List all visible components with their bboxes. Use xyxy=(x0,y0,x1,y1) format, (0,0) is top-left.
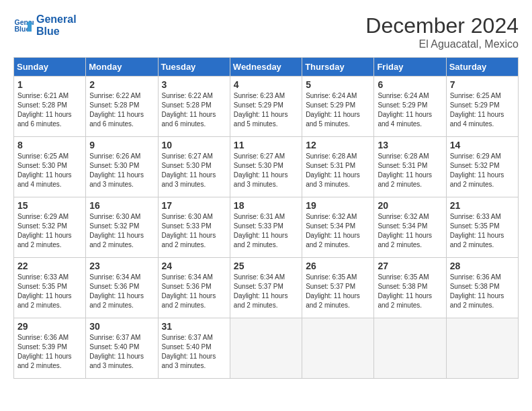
calendar-cell xyxy=(374,318,446,379)
weekday-header: Tuesday xyxy=(158,58,230,77)
day-number: 9 xyxy=(89,140,154,150)
day-info: Sunrise: 6:30 AM Sunset: 5:32 PM Dayligh… xyxy=(89,212,154,250)
day-number: 29 xyxy=(17,321,82,332)
day-info: Sunrise: 6:37 AM Sunset: 5:40 PM Dayligh… xyxy=(162,333,226,371)
day-info: Sunrise: 6:22 AM Sunset: 5:28 PM Dayligh… xyxy=(162,91,226,129)
weekday-header: Thursday xyxy=(302,58,374,77)
day-info: Sunrise: 6:32 AM Sunset: 5:34 PM Dayligh… xyxy=(306,212,370,250)
day-info: Sunrise: 6:36 AM Sunset: 5:39 PM Dayligh… xyxy=(17,333,82,371)
calendar-cell: 30Sunrise: 6:37 AM Sunset: 5:40 PM Dayli… xyxy=(86,318,158,379)
header: General Blue General Blue December 2024 … xyxy=(13,13,519,50)
day-number: 21 xyxy=(450,200,515,211)
calendar-cell: 15Sunrise: 6:29 AM Sunset: 5:32 PM Dayli… xyxy=(14,197,86,258)
day-number: 6 xyxy=(378,79,442,90)
day-number: 7 xyxy=(450,79,515,90)
calendar-cell: 7Sunrise: 6:25 AM Sunset: 5:29 PM Daylig… xyxy=(446,77,518,137)
calendar-cell xyxy=(302,318,374,379)
calendar-week-row: 29Sunrise: 6:36 AM Sunset: 5:39 PM Dayli… xyxy=(14,318,519,379)
month-title: December 2024 xyxy=(365,13,519,38)
day-number: 4 xyxy=(234,79,298,90)
svg-text:Blue: Blue xyxy=(15,25,30,33)
title-area: December 2024 El Aguacatal, Mexico xyxy=(365,13,519,50)
day-number: 17 xyxy=(162,200,226,211)
calendar-cell: 11Sunrise: 6:27 AM Sunset: 5:30 PM Dayli… xyxy=(230,137,302,197)
calendar-week-row: 15Sunrise: 6:29 AM Sunset: 5:32 PM Dayli… xyxy=(14,197,519,258)
calendar-cell: 3Sunrise: 6:22 AM Sunset: 5:28 PM Daylig… xyxy=(158,77,230,137)
day-info: Sunrise: 6:25 AM Sunset: 5:30 PM Dayligh… xyxy=(17,152,82,189)
day-info: Sunrise: 6:29 AM Sunset: 5:32 PM Dayligh… xyxy=(17,212,82,250)
calendar-cell: 1Sunrise: 6:21 AM Sunset: 5:28 PM Daylig… xyxy=(14,77,86,137)
calendar-cell: 22Sunrise: 6:33 AM Sunset: 5:35 PM Dayli… xyxy=(14,258,86,318)
day-number: 12 xyxy=(306,140,370,150)
day-info: Sunrise: 6:27 AM Sunset: 5:30 PM Dayligh… xyxy=(234,152,298,189)
day-info: Sunrise: 6:29 AM Sunset: 5:32 PM Dayligh… xyxy=(450,152,515,189)
calendar-cell: 27Sunrise: 6:35 AM Sunset: 5:38 PM Dayli… xyxy=(374,258,446,318)
day-number: 13 xyxy=(378,140,442,150)
calendar-cell: 24Sunrise: 6:34 AM Sunset: 5:36 PM Dayli… xyxy=(158,258,230,318)
day-info: Sunrise: 6:35 AM Sunset: 5:38 PM Dayligh… xyxy=(378,273,442,310)
day-number: 23 xyxy=(89,261,154,271)
logo-icon: General Blue xyxy=(13,15,34,36)
day-number: 25 xyxy=(234,261,298,271)
weekday-header: Wednesday xyxy=(230,58,302,77)
logo-text: General Blue xyxy=(36,13,77,38)
day-number: 8 xyxy=(17,140,82,150)
calendar-cell: 25Sunrise: 6:34 AM Sunset: 5:37 PM Dayli… xyxy=(230,258,302,318)
day-number: 3 xyxy=(162,79,226,90)
day-number: 22 xyxy=(17,261,82,271)
day-info: Sunrise: 6:22 AM Sunset: 5:28 PM Dayligh… xyxy=(89,91,154,129)
calendar: SundayMondayTuesdayWednesdayThursdayFrid… xyxy=(13,57,519,379)
day-number: 16 xyxy=(89,200,154,211)
day-number: 20 xyxy=(378,200,442,211)
calendar-cell: 21Sunrise: 6:33 AM Sunset: 5:35 PM Dayli… xyxy=(446,197,518,258)
calendar-cell: 9Sunrise: 6:26 AM Sunset: 5:30 PM Daylig… xyxy=(86,137,158,197)
weekday-header-row: SundayMondayTuesdayWednesdayThursdayFrid… xyxy=(14,58,519,77)
calendar-cell: 5Sunrise: 6:24 AM Sunset: 5:29 PM Daylig… xyxy=(302,77,374,137)
weekday-header: Saturday xyxy=(446,58,518,77)
day-info: Sunrise: 6:28 AM Sunset: 5:31 PM Dayligh… xyxy=(306,152,370,189)
calendar-cell: 26Sunrise: 6:35 AM Sunset: 5:37 PM Dayli… xyxy=(302,258,374,318)
day-info: Sunrise: 6:25 AM Sunset: 5:29 PM Dayligh… xyxy=(450,91,515,129)
day-number: 31 xyxy=(162,321,226,332)
day-info: Sunrise: 6:23 AM Sunset: 5:29 PM Dayligh… xyxy=(234,91,298,129)
day-number: 15 xyxy=(17,200,82,211)
calendar-body: 1Sunrise: 6:21 AM Sunset: 5:28 PM Daylig… xyxy=(14,77,519,379)
calendar-week-row: 8Sunrise: 6:25 AM Sunset: 5:30 PM Daylig… xyxy=(14,137,519,197)
weekday-header: Monday xyxy=(86,58,158,77)
calendar-cell: 14Sunrise: 6:29 AM Sunset: 5:32 PM Dayli… xyxy=(446,137,518,197)
day-info: Sunrise: 6:24 AM Sunset: 5:29 PM Dayligh… xyxy=(378,91,442,129)
day-info: Sunrise: 6:34 AM Sunset: 5:36 PM Dayligh… xyxy=(162,273,226,310)
calendar-cell: 17Sunrise: 6:30 AM Sunset: 5:33 PM Dayli… xyxy=(158,197,230,258)
day-number: 11 xyxy=(234,140,298,150)
day-number: 28 xyxy=(450,261,515,271)
calendar-cell: 8Sunrise: 6:25 AM Sunset: 5:30 PM Daylig… xyxy=(14,137,86,197)
calendar-cell: 28Sunrise: 6:36 AM Sunset: 5:38 PM Dayli… xyxy=(446,258,518,318)
calendar-cell: 29Sunrise: 6:36 AM Sunset: 5:39 PM Dayli… xyxy=(14,318,86,379)
calendar-cell: 12Sunrise: 6:28 AM Sunset: 5:31 PM Dayli… xyxy=(302,137,374,197)
day-number: 10 xyxy=(162,140,226,150)
day-number: 27 xyxy=(378,261,442,271)
day-number: 26 xyxy=(306,261,370,271)
weekday-header: Sunday xyxy=(14,58,86,77)
weekday-header: Friday xyxy=(374,58,446,77)
day-info: Sunrise: 6:27 AM Sunset: 5:30 PM Dayligh… xyxy=(162,152,226,189)
calendar-cell xyxy=(446,318,518,379)
day-info: Sunrise: 6:34 AM Sunset: 5:37 PM Dayligh… xyxy=(234,273,298,310)
day-info: Sunrise: 6:33 AM Sunset: 5:35 PM Dayligh… xyxy=(450,212,515,250)
day-info: Sunrise: 6:36 AM Sunset: 5:38 PM Dayligh… xyxy=(450,273,515,310)
calendar-cell xyxy=(230,318,302,379)
calendar-cell: 16Sunrise: 6:30 AM Sunset: 5:32 PM Dayli… xyxy=(86,197,158,258)
day-number: 14 xyxy=(450,140,515,150)
day-info: Sunrise: 6:33 AM Sunset: 5:35 PM Dayligh… xyxy=(17,273,82,310)
location-title: El Aguacatal, Mexico xyxy=(365,38,519,50)
calendar-cell: 19Sunrise: 6:32 AM Sunset: 5:34 PM Dayli… xyxy=(302,197,374,258)
logo: General Blue General Blue xyxy=(13,13,77,38)
calendar-cell: 2Sunrise: 6:22 AM Sunset: 5:28 PM Daylig… xyxy=(86,77,158,137)
calendar-cell: 4Sunrise: 6:23 AM Sunset: 5:29 PM Daylig… xyxy=(230,77,302,137)
day-number: 19 xyxy=(306,200,370,211)
day-info: Sunrise: 6:21 AM Sunset: 5:28 PM Dayligh… xyxy=(17,91,82,129)
calendar-cell: 18Sunrise: 6:31 AM Sunset: 5:33 PM Dayli… xyxy=(230,197,302,258)
day-info: Sunrise: 6:24 AM Sunset: 5:29 PM Dayligh… xyxy=(306,91,370,129)
day-number: 30 xyxy=(89,321,154,332)
calendar-cell: 20Sunrise: 6:32 AM Sunset: 5:34 PM Dayli… xyxy=(374,197,446,258)
